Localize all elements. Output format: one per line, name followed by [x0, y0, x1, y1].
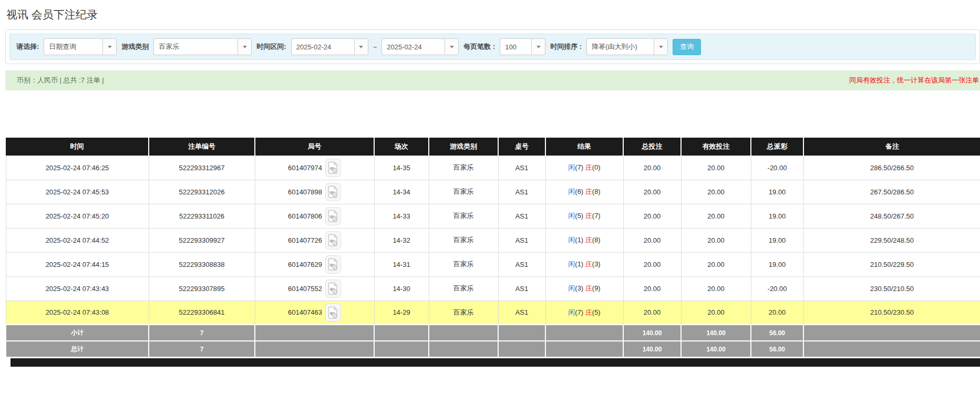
- cell-session: 14-29: [374, 301, 429, 325]
- cell-time: 2025-02-24 07:43:08: [6, 301, 149, 325]
- date-to-dropdown-button[interactable]: [445, 38, 459, 55]
- video-file-icon: [328, 185, 338, 198]
- date-from-picker[interactable]: [291, 38, 368, 55]
- cell-session: 14-32: [374, 228, 429, 252]
- round-no-text: 601407726: [288, 236, 322, 244]
- date-to-picker[interactable]: [381, 38, 459, 55]
- subtotal-row: 小计 7 140.00 140.00 56.00: [6, 325, 980, 341]
- table-bottom-bar: [11, 358, 980, 367]
- records-table-wrap: 时间注单编号局号场次游戏类别桌号结果总投注有效投注总派彩备注 2025-02-2…: [5, 138, 980, 367]
- result-banker-label: 庄: [585, 284, 592, 292]
- total-empty: [498, 341, 545, 357]
- video-replay-button[interactable]: [325, 183, 341, 201]
- date-to-input[interactable]: [381, 38, 445, 55]
- page-title: 视讯 会员下注纪录: [6, 7, 980, 22]
- time-sort-select[interactable]: [586, 38, 668, 55]
- game-type-dropdown-button[interactable]: [238, 38, 252, 55]
- table-header: 时间注单编号局号场次游戏类别桌号结果总投注有效投注总派彩备注: [6, 138, 980, 156]
- cell-game-type: 百家乐: [429, 276, 498, 301]
- result-banker-score: (0): [592, 163, 601, 171]
- round-no-text: 601407974: [288, 164, 322, 172]
- cell-table-no: AS1: [498, 228, 545, 252]
- table-row: 2025-02-24 07:43:43522293307895601407552…: [6, 276, 980, 301]
- cell-table-no: AS1: [498, 252, 545, 276]
- per-page-dropdown-button[interactable]: [531, 38, 545, 55]
- cell-bet-id: 522293311026: [149, 204, 255, 228]
- cell-time: 2025-02-24 07:45:20: [6, 204, 149, 228]
- cell-table-no: AS1: [498, 180, 545, 204]
- cell-total-bet: 20.00: [623, 228, 681, 252]
- total-empty: [803, 341, 980, 357]
- chevron-down-icon: [450, 46, 454, 48]
- cell-remark: 267.50/286.50: [803, 180, 980, 204]
- cell-table-no: AS1: [498, 156, 545, 180]
- round-no-text: 601407806: [288, 212, 322, 220]
- total-empty: [255, 341, 374, 357]
- result-banker-score: (3): [592, 260, 601, 268]
- filter-bar: 请选择: 游戏类别 时间区间: ~ 每页笔数 : 时间排序 :: [9, 34, 976, 60]
- video-replay-button[interactable]: [325, 279, 341, 298]
- query-type-input[interactable]: [44, 38, 102, 55]
- cell-total-payout: 19.00: [751, 228, 803, 252]
- result-player-score: (7): [575, 308, 585, 316]
- result-banker-label: 庄: [585, 163, 592, 171]
- date-from-dropdown-button[interactable]: [354, 38, 368, 55]
- cell-time: 2025-02-24 07:44:52: [6, 228, 149, 252]
- subtotal-valid-bet: 140.00: [681, 325, 751, 341]
- query-type-dropdown-button[interactable]: [102, 38, 117, 55]
- col-header-result: 结果: [545, 138, 623, 156]
- video-file-icon: [328, 234, 338, 246]
- table-row: 2025-02-24 07:43:08522293306841601407463…: [6, 301, 980, 325]
- cell-game-type: 百家乐: [429, 204, 498, 228]
- cell-bet-id: 522293309927: [149, 228, 255, 252]
- currency-total-text: 币别：人民币 | 总共 :7 注单 |: [17, 76, 104, 85]
- cell-remark: 210.50/230.50: [803, 301, 980, 325]
- cell-total-bet: 20.00: [623, 180, 681, 204]
- total-empty: [374, 341, 429, 357]
- col-header-game-type: 游戏类别: [429, 138, 498, 156]
- cell-result: 闲(1) 庄(8): [545, 228, 623, 252]
- query-button[interactable]: 查询: [673, 39, 701, 55]
- total-count: 7: [149, 341, 255, 357]
- subtotal-empty: [803, 325, 980, 341]
- result-player-score: (5): [575, 212, 585, 220]
- cell-valid-bet: 20.00: [681, 228, 751, 252]
- query-type-select[interactable]: [44, 38, 117, 55]
- result-banker-score: (8): [592, 188, 601, 195]
- cell-valid-bet: 20.00: [681, 252, 751, 276]
- per-page-select[interactable]: [500, 38, 545, 55]
- per-page-input[interactable]: [500, 38, 531, 55]
- col-header-table-no: 桌号: [498, 138, 545, 156]
- cell-total-payout: -20.00: [751, 156, 803, 180]
- video-replay-button[interactable]: [325, 231, 341, 250]
- total-row: 总计 7 140.00 140.00 56.00: [6, 341, 980, 357]
- time-sort-dropdown-button[interactable]: [654, 38, 668, 55]
- round-no-text: 601407463: [288, 308, 322, 316]
- video-replay-button[interactable]: [325, 207, 341, 225]
- cell-result: 闲(7) 庄(0): [545, 156, 623, 180]
- video-replay-button[interactable]: [325, 303, 341, 322]
- result-banker-label: 庄: [585, 308, 592, 316]
- filter-panel: 请选择: 游戏类别 时间区间: ~ 每页笔数 : 时间排序 :: [5, 29, 980, 64]
- round-no-group: 601407463: [288, 303, 341, 322]
- game-type-input[interactable]: [153, 38, 238, 55]
- video-replay-button[interactable]: [325, 159, 341, 177]
- total-total-bet: 140.00: [623, 341, 681, 357]
- cell-time: 2025-02-24 07:45:53: [6, 180, 149, 204]
- game-type-select[interactable]: [153, 38, 252, 55]
- video-file-icon: [328, 306, 338, 319]
- valid-bet-notice: 同局有效投注，统一计算在该局第一张注单: [849, 76, 979, 85]
- cell-valid-bet: 20.00: [681, 301, 751, 325]
- cell-total-payout: 19.00: [751, 180, 803, 204]
- cell-table-no: AS1: [498, 301, 545, 325]
- cell-table-no: AS1: [498, 276, 545, 301]
- time-sort-label: 时间排序 :: [550, 42, 582, 51]
- chevron-down-icon: [243, 46, 247, 48]
- video-file-icon: [328, 161, 338, 174]
- cell-bet-id: 522293308838: [149, 252, 255, 276]
- time-sort-input[interactable]: [586, 38, 654, 55]
- cell-round-no: 601407806: [255, 204, 374, 228]
- video-replay-button[interactable]: [325, 255, 341, 274]
- cell-game-type: 百家乐: [429, 301, 498, 325]
- date-from-input[interactable]: [291, 38, 354, 55]
